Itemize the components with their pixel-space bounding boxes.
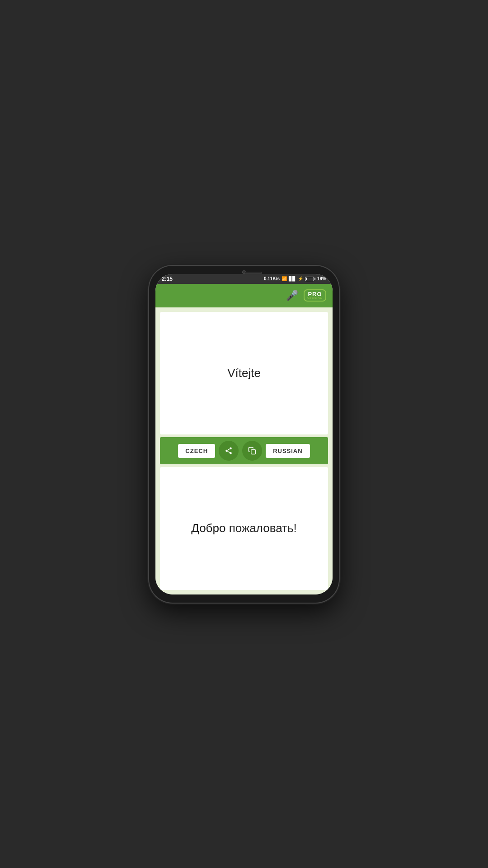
copy-button[interactable] [242, 441, 262, 461]
target-translation-panel[interactable]: Добро пожаловать! [160, 467, 328, 590]
battery-tip [314, 278, 315, 280]
share-button[interactable] [219, 441, 239, 461]
app-bar: 🎤 PRO VERSION [155, 284, 333, 307]
phone-screen: 2:15 0.11K/s 📶 ▊▊ ⚡ 19% 🎤 PRO VERSI [155, 274, 333, 594]
status-right: 0.11K/s 📶 ▊▊ ⚡ 19% [264, 276, 326, 281]
share-icon [225, 447, 233, 455]
battery-body [305, 277, 314, 281]
svg-point-0 [230, 448, 232, 450]
wifi-icon: 📶 [282, 276, 287, 281]
source-language-button[interactable]: CZECH [178, 444, 215, 458]
signal-icon: ▊▊ [289, 276, 296, 281]
network-speed: 0.11K/s [264, 276, 280, 281]
pro-version-badge[interactable]: PRO VERSION [304, 289, 326, 302]
svg-line-3 [228, 451, 230, 453]
control-bar: CZECH RUSSIAN [160, 437, 328, 464]
speaker [244, 272, 262, 274]
phone-shell: 2:15 0.11K/s 📶 ▊▊ ⚡ 19% 🎤 PRO VERSI [149, 266, 339, 603]
svg-point-2 [230, 452, 232, 454]
microphone-icon[interactable]: 🎤 [286, 290, 298, 302]
svg-point-1 [225, 450, 228, 452]
status-time: 2:15 [162, 276, 173, 282]
version-label: VERSION [307, 297, 323, 300]
battery-fill [306, 278, 307, 280]
source-translation-panel[interactable]: Vítejte [160, 312, 328, 435]
bolt-icon: ⚡ [298, 276, 303, 281]
target-text: Добро пожаловать! [191, 521, 297, 535]
pro-label: PRO [308, 291, 322, 297]
svg-rect-5 [251, 450, 256, 454]
target-language-button[interactable]: RUSSIAN [266, 444, 310, 458]
status-bar: 2:15 0.11K/s 📶 ▊▊ ⚡ 19% [155, 274, 333, 284]
battery-percent: 19% [317, 276, 326, 281]
battery-icon [305, 277, 315, 281]
svg-line-4 [228, 449, 230, 450]
source-text: Vítejte [227, 366, 261, 380]
copy-icon [248, 447, 256, 455]
main-content: Vítejte CZECH [155, 307, 333, 594]
